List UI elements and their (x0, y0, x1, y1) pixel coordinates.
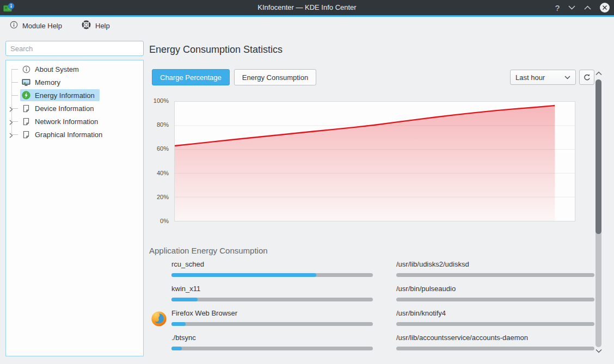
energy-consumption-bar-fill (171, 298, 198, 301)
app-name: /usr/lib/accountsservice/accounts-daemon (396, 331, 594, 342)
energy-consumption-bar (396, 273, 594, 277)
tree-branch-tick (11, 95, 18, 96)
sidebar-item-label: Memory (35, 78, 60, 87)
tree-branch-tick (11, 69, 18, 70)
battery-charge-chart (174, 101, 575, 221)
window-controls: ? (555, 0, 610, 15)
chart-mode-buttons: Charge Percentage Energy Consumption (152, 69, 316, 85)
memory-icon (22, 78, 30, 87)
energy-consumption-bar-fill (171, 273, 316, 277)
app-name: /usr/bin/pulseaudio (396, 282, 594, 293)
sidebar-item-label: Energy Information (35, 91, 95, 100)
chevron-up-icon (595, 71, 602, 76)
app-name: Firefox Web Browser (171, 307, 373, 317)
app-energy-row-usr-lib-accountsservice-accounts-daemon: /usr/lib/accountsservice/accounts-daemon (396, 331, 594, 356)
scrollbar-up-button[interactable] (595, 71, 602, 76)
menu-help[interactable]: Help (79, 18, 112, 33)
energy-consumption-bar (171, 273, 373, 277)
section-title: Application Energy Consumption (149, 246, 268, 255)
energy-consumption-bar (396, 298, 594, 301)
sidebar-item-label: Graphical Information (35, 131, 102, 139)
tab-energy-consumption[interactable]: Energy Consumption (234, 69, 316, 85)
menubar: Module Help Help (0, 17, 614, 34)
kinfocenter-window: KInfocenter — KDE Info Center ? Module H… (0, 0, 614, 364)
energy-consumption-bar (396, 322, 594, 326)
tab-charge-percentage[interactable]: Charge Percentage (152, 69, 230, 85)
sidebar-item-memory[interactable]: Memory (6, 76, 143, 89)
timespan-select[interactable]: Last hour (510, 70, 576, 85)
energy-consumption-bar (171, 298, 373, 301)
energy-icon (22, 91, 30, 100)
app-name: rcu_sched (171, 258, 373, 268)
scrollbar-down-button[interactable] (595, 348, 602, 354)
close-icon (602, 5, 607, 10)
sidebar-item-graphical-information[interactable]: Graphical Information (6, 128, 143, 141)
close-button[interactable] (600, 3, 610, 13)
sidebar-item-network-information[interactable]: Network Information (6, 115, 143, 128)
chevron-down-icon (595, 349, 602, 353)
menu-module-help[interactable]: Module Help (8, 19, 64, 32)
sidebar-item-energy-information[interactable]: Energy Information (6, 89, 143, 102)
energy-consumption-bar (171, 322, 373, 326)
tree-branch-tick (11, 121, 18, 122)
titlebar: KInfocenter — KDE Info Center ? (0, 0, 614, 15)
titlebar-help-button[interactable]: ? (555, 3, 560, 13)
window-title: KInfocenter — KDE Info Center (0, 0, 614, 15)
module-tree: About SystemMemoryEnergy InformationDevi… (5, 60, 144, 356)
tree-branch-tick (11, 82, 18, 83)
energy-consumption-bar-fill (171, 347, 182, 350)
menu-module-help-label: Module Help (22, 22, 62, 30)
document-icon (22, 130, 30, 139)
scrollbar-thumb[interactable] (595, 79, 601, 234)
app-energy-row-usr-bin-pulseaudio: /usr/bin/pulseaudio (396, 282, 594, 307)
app-name: /usr/bin/knotify4 (396, 307, 594, 317)
timespan-value: Last hour (515, 73, 545, 82)
energy-consumption-bar (396, 347, 594, 350)
y-axis-tick-label: 40% (157, 170, 169, 176)
energy-consumption-bar (171, 347, 373, 350)
app-energy-row-usr-lib-udisks2-udisksd: /usr/lib/udisks2/udisksd (396, 258, 594, 282)
y-axis-tick-label: 0% (160, 218, 169, 224)
minimize-button[interactable] (568, 5, 575, 10)
app-name: ./btsync (171, 331, 373, 342)
sidebar-item-device-information[interactable]: Device Information (6, 102, 143, 115)
y-axis-tick-label: 60% (157, 145, 169, 152)
info-circle-icon (10, 21, 18, 30)
y-axis-tick-label: 100% (154, 97, 169, 104)
y-axis-tick-label: 20% (157, 194, 169, 200)
app-energy-row-btsync: ./btsync (171, 331, 373, 356)
tree-branch-tick (11, 134, 18, 135)
scrollbar-track[interactable] (595, 79, 601, 347)
sidebar-item-label: Network Information (35, 118, 98, 126)
sidebar-item-label: About System (35, 65, 79, 73)
document-icon (22, 104, 30, 113)
app-energy-list-right: /usr/lib/udisks2/udisksd/usr/bin/pulseau… (396, 258, 594, 356)
info-circle-icon (22, 65, 30, 73)
app-name: /usr/lib/udisks2/udisksd (396, 258, 594, 268)
search-input[interactable] (5, 41, 144, 56)
menu-help-label: Help (95, 22, 110, 30)
refresh-icon (583, 73, 591, 82)
app-energy-list-left: rcu_schedkwin_x11Firefox Web Browser./bt… (171, 258, 373, 356)
document-icon (22, 117, 30, 126)
firefox-icon (151, 311, 167, 327)
app-name: kwin_x11 (171, 282, 373, 293)
expander-chevron-icon[interactable] (9, 132, 13, 140)
chevron-down-icon (568, 5, 575, 10)
expander-chevron-icon[interactable] (9, 119, 13, 127)
app-energy-row-rcu-sched: rcu_sched (171, 258, 373, 282)
refresh-button[interactable] (579, 70, 594, 85)
sidebar-item-about-system[interactable]: About System (6, 63, 143, 76)
chevron-up-icon (584, 5, 591, 10)
maximize-button[interactable] (584, 5, 591, 10)
chevron-down-icon (564, 76, 570, 79)
tree-branch-tick (11, 108, 18, 109)
expander-chevron-icon[interactable] (9, 106, 13, 114)
app-energy-row-firefox-web-browser: Firefox Web Browser (171, 307, 373, 331)
app-energy-row-usr-bin-knotify4: /usr/bin/knotify4 (396, 307, 594, 331)
energy-consumption-bar-fill (171, 322, 186, 326)
lifebuoy-icon (82, 20, 91, 31)
page-title: Energy Consumption Statistics (149, 44, 283, 55)
sidebar-item-label: Device Information (35, 104, 94, 113)
app-energy-row-kwin-x11: kwin_x11 (171, 282, 373, 307)
